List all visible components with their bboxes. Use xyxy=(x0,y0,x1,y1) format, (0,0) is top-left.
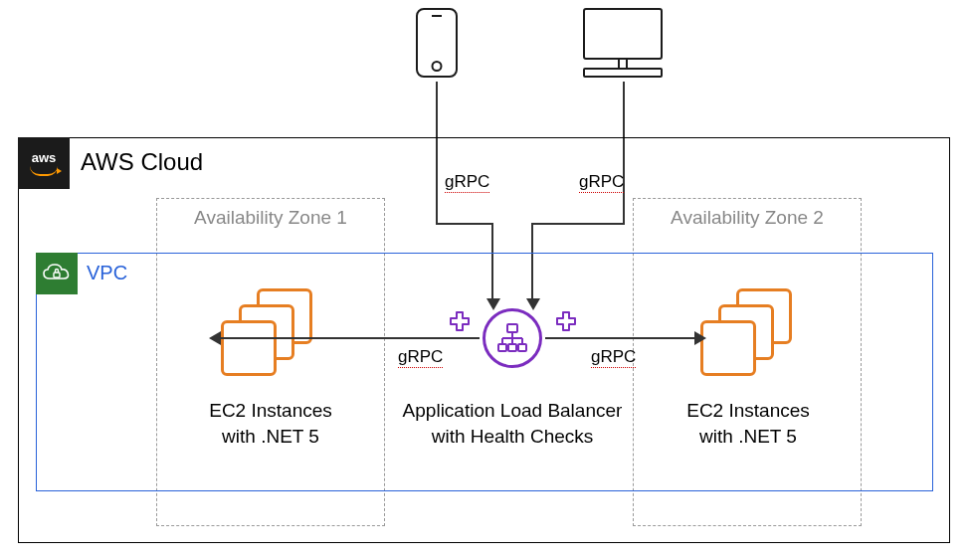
aws-logo-badge: aws xyxy=(18,137,70,189)
ec2-instances-left-icon xyxy=(221,288,320,378)
ec2-left-line2: with .NET 5 xyxy=(222,426,319,447)
desktop-client-icon xyxy=(583,8,663,78)
grpc-label-left: gRPC xyxy=(398,347,443,368)
health-check-plus-left-icon xyxy=(449,310,471,332)
architecture-diagram: gRPC gRPC aws AWS Cloud Availability Zon… xyxy=(0,0,968,560)
ec2-left-line1: EC2 Instances xyxy=(209,400,332,421)
grpc-label-right: gRPC xyxy=(591,347,636,368)
ec2-left-label: EC2 Instances with .NET 5 xyxy=(171,398,370,449)
svg-rect-1 xyxy=(507,324,517,332)
health-check-plus-right-icon xyxy=(555,310,577,332)
az2-label: Availability Zone 2 xyxy=(634,207,861,229)
ec2-instances-right-icon xyxy=(700,288,800,378)
ec2-right-label: EC2 Instances with .NET 5 xyxy=(649,398,848,449)
alb-line2: with Health Checks xyxy=(432,426,594,447)
ec2-right-line1: EC2 Instances xyxy=(686,400,810,421)
svg-rect-7 xyxy=(498,344,506,351)
arrowhead-alb-left xyxy=(209,331,221,345)
alb-label: Application Load Balancer with Health Ch… xyxy=(396,398,629,449)
vpc-title: VPC xyxy=(87,262,127,284)
arrow-alb-right xyxy=(545,337,694,339)
mobile-client-icon xyxy=(416,8,458,78)
aws-cloud-title: AWS Cloud xyxy=(81,148,203,176)
az1-label: Availability Zone 1 xyxy=(157,207,384,229)
aws-logo-text: aws xyxy=(32,150,57,165)
arrowhead-alb-right xyxy=(694,331,706,345)
svg-rect-0 xyxy=(54,273,60,278)
ec2-right-line2: with .NET 5 xyxy=(699,426,797,447)
aws-smile-icon xyxy=(30,166,58,176)
alb-line1: Application Load Balancer xyxy=(403,400,623,421)
application-load-balancer-icon xyxy=(483,308,542,368)
vpc-badge xyxy=(36,253,78,294)
load-balancer-icon xyxy=(494,320,530,356)
arrow-alb-left xyxy=(221,337,480,339)
svg-rect-9 xyxy=(518,344,526,351)
vpc-cloud-lock-icon xyxy=(42,263,72,284)
svg-rect-8 xyxy=(508,344,516,351)
